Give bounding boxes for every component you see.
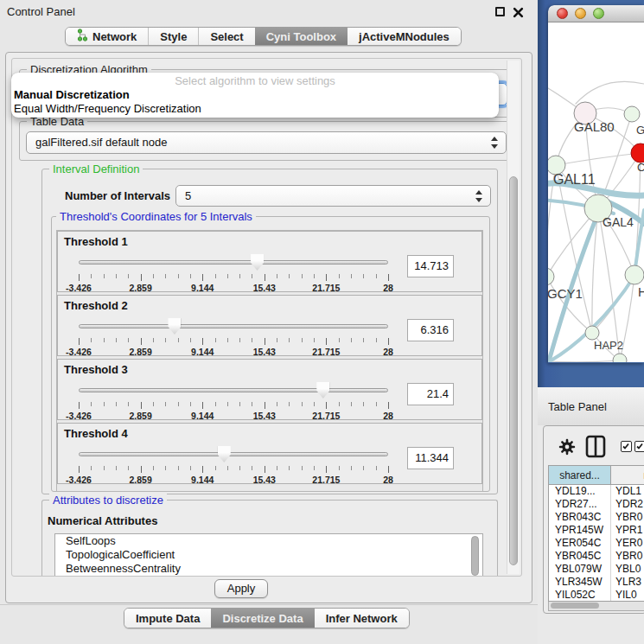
threshold-slider[interactable]: -3.426 2.859 9.144 15.43 21.715 28 (79, 318, 388, 356)
table-row[interactable]: YDR27... YDR2 (549, 498, 644, 511)
threshold-label: Threshold 3 (64, 363, 128, 376)
list-item[interactable]: BetweennessCentrality (55, 562, 482, 576)
threshold-value-field[interactable]: 11.344 (407, 447, 454, 469)
tick-label: 15.43 (253, 347, 276, 357)
slider-track[interactable] (79, 324, 388, 328)
slider-handle[interactable] (168, 318, 181, 335)
cell-shared-name: YLR345W (549, 576, 611, 589)
network-node[interactable] (625, 265, 644, 284)
checkbox-icon[interactable] (621, 441, 632, 452)
list-scrollbar-thumb[interactable] (471, 536, 479, 576)
network-node[interactable] (631, 143, 644, 163)
slider-ticks (79, 402, 388, 410)
threshold-label: Threshold 4 (64, 427, 128, 440)
numerical-attributes-list[interactable]: SelfLoops TopologicalCoefficient Between… (54, 533, 483, 577)
network-edge[interactable] (598, 208, 620, 360)
threshold-row: Threshold 2 -3.426 2.859 (57, 295, 482, 356)
network-node[interactable] (548, 268, 554, 285)
threshold-value-field[interactable]: 14.713 (407, 255, 454, 277)
thresholds-coordinates-group: Threshold's Coordinates for 5 Intervals … (51, 216, 490, 492)
float-window-icon[interactable] (495, 7, 505, 16)
close-traffic-light-icon[interactable] (557, 8, 568, 19)
tick-label: 2.859 (129, 283, 151, 293)
table-row[interactable]: YBR043C YBR0 (549, 511, 644, 524)
network-node[interactable] (613, 354, 627, 362)
column-header-shared-name[interactable]: shared... (549, 466, 611, 484)
table-row[interactable]: YLR345W YLR3 (549, 576, 644, 589)
cell-shared-name: YDL19... (549, 485, 611, 498)
network-edge[interactable] (548, 360, 620, 362)
combo-stepper-icon[interactable] (491, 137, 499, 149)
slider-track[interactable] (79, 260, 388, 265)
dropdown-option-equal-width-frequency[interactable]: Equal Width/Frequency Discretization (14, 102, 496, 116)
slider-handle[interactable] (218, 446, 231, 462)
tab-discretize-data[interactable]: Discretize Data (211, 609, 314, 628)
network-edge[interactable] (576, 81, 644, 104)
gear-icon[interactable] (558, 437, 577, 460)
combo-stepper-icon[interactable] (475, 190, 483, 202)
network-node[interactable] (585, 326, 599, 340)
tab-jactivemnodules[interactable]: jActiveMNodules (348, 28, 461, 45)
tab-cyni-toolbox[interactable]: Cyni Toolbox (255, 28, 348, 45)
table-row[interactable]: YDL19... YDL1 (549, 485, 644, 498)
table-row[interactable]: YER054C YER0 (549, 537, 644, 550)
network-node-label: GAL11 (553, 172, 596, 187)
slider-track[interactable] (79, 452, 388, 456)
network-canvas-svg[interactable]: GAL80GACGAL11GAL4GCY1HHAP2 (548, 22, 644, 362)
tab-label: jActiveMNodules (359, 30, 450, 43)
horizontal-scrollbar[interactable] (548, 602, 644, 611)
threshold-slider[interactable]: -3.426 2.859 9.144 15.43 21.715 28 (79, 254, 388, 292)
threshold-row: Threshold 3 -3.426 2.859 (57, 359, 482, 420)
network-edge[interactable] (556, 153, 641, 165)
tab-style[interactable]: Style (148, 28, 198, 45)
minimize-traffic-light-icon[interactable] (575, 8, 586, 19)
vertical-scrollbar[interactable] (507, 61, 520, 574)
tab-label: Infer Network (326, 612, 398, 625)
tick-label: 15.43 (253, 283, 276, 293)
split-view-icon[interactable] (585, 435, 606, 462)
tab-network[interactable]: Network (66, 28, 148, 45)
slider-handle[interactable] (316, 382, 329, 399)
tab-infer-network[interactable]: Infer Network (315, 609, 409, 628)
tab-select[interactable]: Select (198, 28, 254, 45)
cell-name: YBL0 (611, 563, 644, 576)
table-row[interactable]: YPR145W YPR1 (549, 524, 644, 537)
tick-label: 28 (383, 475, 393, 485)
number-of-intervals-label: Number of Intervals (65, 189, 170, 202)
list-item[interactable]: TopologicalCoefficient (55, 548, 482, 562)
table-data-combobox[interactable]: galFiltered.sif default node (26, 131, 507, 154)
checkbox-icon[interactable] (634, 441, 644, 452)
scrollbar-thumb[interactable] (509, 176, 518, 565)
apply-button[interactable]: Apply (214, 579, 268, 598)
threshold-value-field[interactable]: 6.316 (407, 319, 454, 341)
column-header-name[interactable]: na (611, 466, 644, 484)
table-row[interactable]: YBL079W YBL0 (549, 563, 644, 576)
table-row[interactable]: YBR045C YBR0 (549, 550, 644, 563)
tab-impute-data[interactable]: Impute Data (124, 609, 211, 628)
tab-label: Discretize Data (222, 612, 303, 625)
threshold-slider[interactable]: -3.426 2.859 9.144 15.43 21.715 28 (79, 446, 388, 484)
window-titlebar[interactable] (548, 5, 644, 22)
slider-track[interactable] (79, 388, 388, 392)
threshold-value-field[interactable]: 21.4 (407, 383, 454, 405)
tick-label: -3.426 (66, 475, 92, 485)
tick-label: -3.426 (66, 411, 92, 421)
network-node[interactable] (624, 106, 640, 122)
network-canvas[interactable]: GAL80GACGAL11GAL4GCY1HHAP2 (548, 22, 644, 362)
list-item[interactable]: SelfLoops (55, 534, 482, 548)
cell-shared-name: YBR043C (549, 511, 611, 524)
threshold-slider[interactable]: -3.426 2.859 9.144 15.43 21.715 28 (79, 382, 388, 420)
cell-shared-name: YBL079W (549, 563, 611, 576)
scrollbar-thumb[interactable] (551, 603, 599, 609)
table-panel: shared... na YDL19... YDL1 YDR27... YDR2 (543, 425, 644, 614)
number-of-intervals-combobox[interactable]: 5 (175, 185, 491, 207)
tick-label: 21.715 (312, 475, 340, 485)
panel-title: Control Panel (7, 5, 75, 18)
tick-label: 28 (383, 347, 393, 357)
zoom-traffic-light-icon[interactable] (593, 8, 604, 19)
dropdown-option-manual-discretization[interactable]: Manual Discretization (14, 88, 496, 102)
scroll-viewport: Discretization Algorithm Table Data galF… (11, 58, 522, 577)
table-row[interactable]: YIL052C YIL0 (549, 589, 644, 602)
close-icon[interactable] (513, 6, 524, 17)
slider-handle[interactable] (251, 254, 264, 271)
